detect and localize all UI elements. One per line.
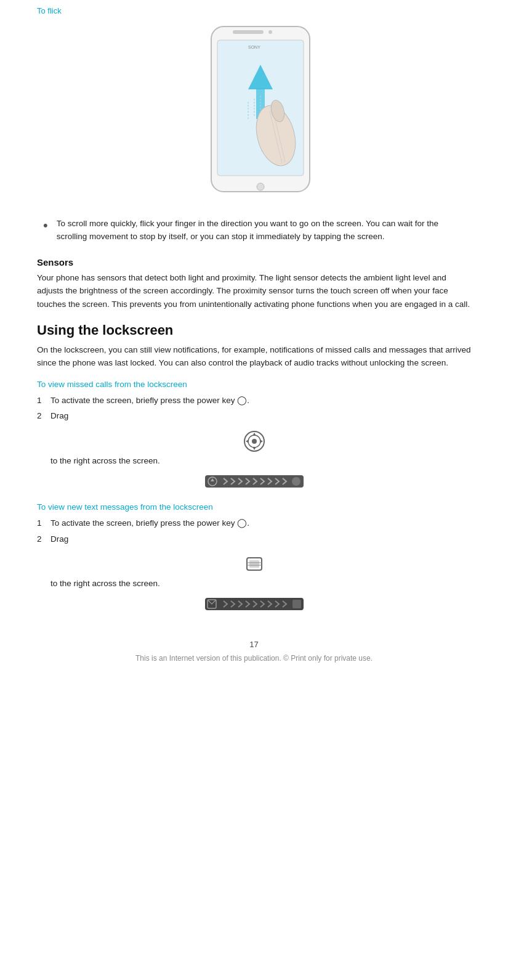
to-flick-label: To flick [37, 6, 471, 15]
missed-calls-link[interactable]: To view missed calls from the lockscreen [37, 380, 471, 389]
text-messages-steps: 1 To activate the screen, briefly press … [37, 517, 471, 545]
step-num: 2 [37, 533, 50, 546]
step-num: 2 [37, 409, 50, 423]
text-messages-step-2: 2 Drag [37, 533, 471, 546]
svg-point-17 [252, 439, 257, 444]
missed-calls-drag-icon [37, 429, 471, 454]
bullet-dot: • [43, 219, 48, 232]
svg-rect-25 [205, 598, 304, 610]
text-messages-drag-caption: to the right across the screen. [37, 579, 471, 588]
missed-calls-step-1: 1 To activate the screen, briefly press … [37, 394, 471, 407]
phone-illustration: SONY [37, 22, 471, 200]
missed-calls-step-2: 2 Drag [37, 409, 471, 423]
step-text: Drag [50, 533, 471, 546]
text-messages-drag-icon [37, 552, 471, 576]
text-messages-step-1: 1 To activate the screen, briefly press … [37, 517, 471, 530]
flick-bullet: • To scroll more quickly, flick your fin… [37, 218, 471, 243]
missed-calls-drag-caption: to the right across the screen. [37, 456, 471, 465]
svg-rect-2 [233, 30, 264, 34]
text-messages-slider [37, 593, 471, 615]
flick-bullet-text: To scroll more quickly, flick your finge… [57, 218, 471, 243]
svg-point-4 [257, 183, 264, 190]
sensors-heading: Sensors [37, 257, 471, 267]
page: To flick SONY [0, 0, 508, 980]
page-number: 17 [37, 640, 471, 649]
missed-calls-steps: 1 To activate the screen, briefly press … [37, 394, 471, 423]
missed-calls-slider [37, 470, 471, 492]
lockscreen-heading: Using the lockscreen [37, 322, 471, 338]
step-num: 1 [37, 394, 50, 407]
svg-point-20 [292, 477, 300, 486]
footer-text: This is an Internet version of this publ… [37, 654, 471, 663]
svg-rect-27 [292, 600, 301, 608]
step-num: 1 [37, 517, 50, 530]
text-messages-link[interactable]: To view new text messages from the locks… [37, 502, 471, 512]
step-text: To activate the screen, briefly press th… [50, 517, 471, 530]
svg-point-3 [268, 30, 272, 34]
lockscreen-intro-text: On the lockscreen, you can still view no… [37, 343, 471, 370]
svg-rect-22 [249, 560, 259, 568]
svg-text:SONY: SONY [248, 45, 260, 49]
svg-rect-18 [205, 475, 304, 488]
sensors-text: Your phone has sensors that detect both … [37, 271, 471, 311]
step-text: Drag [50, 409, 471, 423]
step-text: To activate the screen, briefly press th… [50, 394, 471, 407]
